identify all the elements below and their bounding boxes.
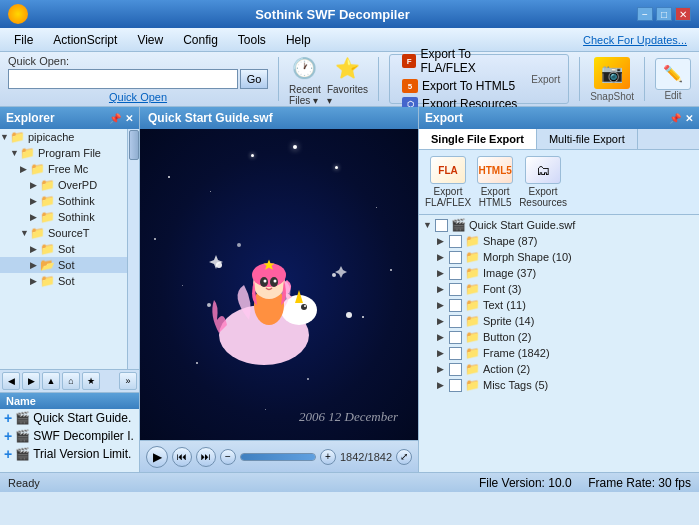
pin-icon[interactable]: 📌 [109, 113, 121, 124]
export-tree-root[interactable]: ▼ 🎬 Quick Start Guide.swf [421, 217, 697, 233]
name-list-item[interactable]: + 🎬 Trial Version Limit. [0, 445, 139, 463]
nav-more-button[interactable]: » [119, 372, 137, 390]
tree-item[interactable]: ▶ 📁 OverPD [0, 177, 127, 193]
nav-up-button[interactable]: ▲ [42, 372, 60, 390]
favorites-icon: ⭐ [332, 52, 364, 84]
export-fla-action-button[interactable]: FLA ExportFLA/FLEX [425, 156, 471, 208]
nav-home-button[interactable]: ⌂ [62, 372, 80, 390]
export-fla-button[interactable]: F Export To FLA/FLEX [398, 46, 523, 76]
tree-item[interactable]: ▼ 📁 SourceT [0, 225, 127, 241]
menu-file[interactable]: File [4, 30, 43, 50]
image-checkbox[interactable] [449, 267, 462, 280]
tree-item[interactable]: ▶ 📁 Sothink [0, 193, 127, 209]
morph-checkbox[interactable] [449, 251, 462, 264]
export-tree-item[interactable]: ▶ 📁 Text (11) [421, 297, 697, 313]
play-button[interactable]: ▶ [146, 446, 168, 468]
export-pin-icon[interactable]: 📌 [669, 113, 681, 124]
quick-open-input[interactable] [8, 69, 238, 89]
fast-forward-button[interactable]: ⏭ [196, 447, 216, 467]
favorites-button[interactable]: ⭐ Favorites▾ [327, 52, 368, 106]
minimize-button[interactable]: − [637, 7, 653, 21]
toolbar-separator-2 [378, 57, 379, 101]
edit-section: ✏️ Edit [655, 58, 691, 101]
preview-background: 2006 12 December [140, 129, 418, 440]
name-list-header: Name [0, 393, 139, 409]
export-tree-item[interactable]: ▶ 📁 Shape (87) [421, 233, 697, 249]
tree-item[interactable]: ▶ 📁 Sothink [0, 209, 127, 225]
misc-checkbox[interactable] [449, 379, 462, 392]
nav-forward-button[interactable]: ▶ [22, 372, 40, 390]
menu-config[interactable]: Config [173, 30, 228, 50]
close-button[interactable]: ✕ [675, 7, 691, 21]
export-tree-item[interactable]: ▶ 📁 Sprite (14) [421, 313, 697, 329]
export-html5-action-button[interactable]: HTML5 ExportHTML5 [477, 156, 513, 208]
quick-open-link[interactable]: Quick Open [8, 91, 268, 103]
export-resources-action-button[interactable]: 🗂 ExportResources [519, 156, 567, 208]
export-tree-item[interactable]: ▶ 📁 Frame (1842) [421, 345, 697, 361]
zoom-in-button[interactable]: + [320, 449, 336, 465]
recent-files-button[interactable]: 🕐 RecentFiles ▾ [289, 52, 321, 106]
tree-item[interactable]: ▼ 📁 pipicache [0, 129, 127, 145]
tree-item[interactable]: ▶ 📁 Sot [0, 241, 127, 257]
snapshot-icon[interactable]: 📷 [594, 57, 630, 89]
export-tree-item[interactable]: ▶ 📁 Image (37) [421, 265, 697, 281]
tab-single-export[interactable]: Single File Export [419, 129, 537, 149]
edit-icon[interactable]: ✏️ [655, 58, 691, 90]
svg-point-16 [207, 303, 211, 307]
nav-back-button[interactable]: ◀ [2, 372, 20, 390]
tree-item[interactable]: ▶ 📁 Free Mc [0, 161, 127, 177]
export-tree-item[interactable]: ▶ 📁 Action (2) [421, 361, 697, 377]
explorer-scrollbar[interactable] [127, 129, 139, 369]
action-checkbox[interactable] [449, 363, 462, 376]
menu-view[interactable]: View [127, 30, 173, 50]
frame-checkbox[interactable] [449, 347, 462, 360]
scroll-thumb[interactable] [129, 130, 139, 160]
explorer-title: Explorer [6, 111, 55, 125]
export-html5-button[interactable]: 5 Export To HTML5 [398, 78, 523, 94]
menu-tools[interactable]: Tools [228, 30, 276, 50]
tree-item[interactable]: ▶ 📂 Sot [0, 257, 127, 273]
progress-bar[interactable] [240, 453, 316, 461]
export-section-label: Export [531, 74, 560, 85]
export-tree-item[interactable]: ▶ 📁 Morph Shape (10) [421, 249, 697, 265]
shape-checkbox[interactable] [449, 235, 462, 248]
quick-open-label: Quick Open: [8, 55, 268, 67]
svg-point-12 [264, 279, 267, 282]
app-title: Sothink SWF Decompiler [28, 7, 637, 22]
zoom-fit-button[interactable]: ⤢ [396, 449, 412, 465]
export-tree: ▼ 🎬 Quick Start Guide.swf ▶ 📁 Shape (87)… [419, 215, 699, 472]
check-updates-link[interactable]: Check For Updates... [583, 34, 687, 46]
tab-multi-export[interactable]: Multi-file Export [537, 129, 638, 149]
menu-help[interactable]: Help [276, 30, 321, 50]
nav-star-button[interactable]: ★ [82, 372, 100, 390]
export-tree-item[interactable]: ▶ 📁 Font (3) [421, 281, 697, 297]
tree-item[interactable]: ▼ 📁 Program File [0, 145, 127, 161]
preview-panel: Quick Start Guide.swf [140, 107, 419, 472]
toolbar: Quick Open: Go Quick Open 🕐 RecentFiles … [0, 52, 699, 107]
sprite-checkbox[interactable] [449, 315, 462, 328]
button-checkbox[interactable] [449, 331, 462, 344]
go-button[interactable]: Go [240, 69, 268, 89]
root-checkbox[interactable] [435, 219, 448, 232]
favorites-label: Favorites▾ [327, 84, 368, 106]
explorer-close-icon[interactable]: ✕ [125, 113, 133, 124]
export-close-icon[interactable]: ✕ [685, 113, 693, 124]
zoom-out-button[interactable]: − [220, 449, 236, 465]
titlebar: Sothink SWF Decompiler − □ ✕ [0, 0, 699, 28]
maximize-button[interactable]: □ [656, 7, 672, 21]
export-root-label: Quick Start Guide.swf [469, 219, 575, 231]
export-header-icons: 📌 ✕ [669, 113, 693, 124]
name-list-item[interactable]: + 🎬 SWF Decompiler I. [0, 427, 139, 445]
frame-counter: 1842/1842 [340, 451, 392, 463]
name-list-item[interactable]: + 🎬 Quick Start Guide. [0, 409, 139, 427]
menu-actionscript[interactable]: ActionScript [43, 30, 127, 50]
svg-point-13 [274, 279, 277, 282]
text-checkbox[interactable] [449, 299, 462, 312]
character-svg [189, 185, 369, 385]
tree-item[interactable]: ▶ 📁 Sot [0, 273, 127, 289]
rewind-button[interactable]: ⏮ [172, 447, 192, 467]
font-checkbox[interactable] [449, 283, 462, 296]
export-tree-item[interactable]: ▶ 📁 Misc Tags (5) [421, 377, 697, 393]
svg-point-5 [304, 305, 306, 307]
export-tree-item[interactable]: ▶ 📁 Button (2) [421, 329, 697, 345]
